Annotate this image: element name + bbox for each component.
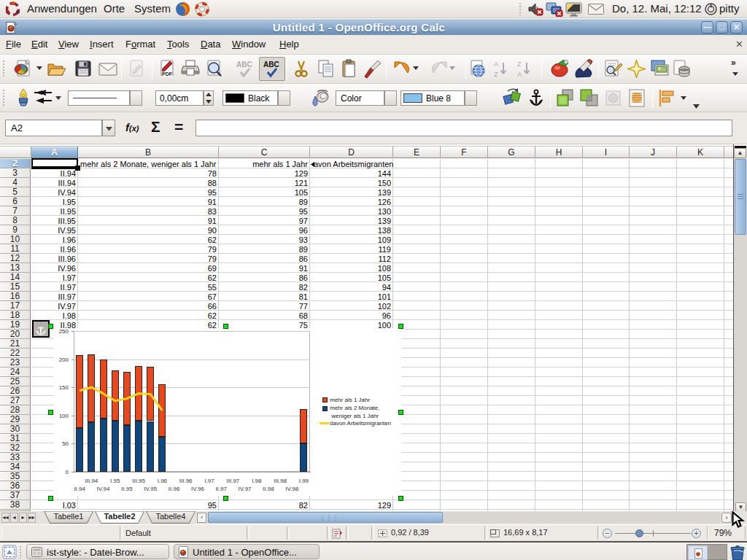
- svg-text:A: A: [494, 61, 498, 68]
- svg-text:Z: Z: [517, 61, 522, 68]
- svg-text:A: A: [517, 71, 522, 78]
- svg-text:Z: Z: [494, 71, 498, 78]
- svg-text:ABC: ABC: [263, 61, 279, 69]
- svg-text:PDF: PDF: [162, 71, 173, 77]
- svg-text:ABC: ABC: [236, 61, 252, 69]
